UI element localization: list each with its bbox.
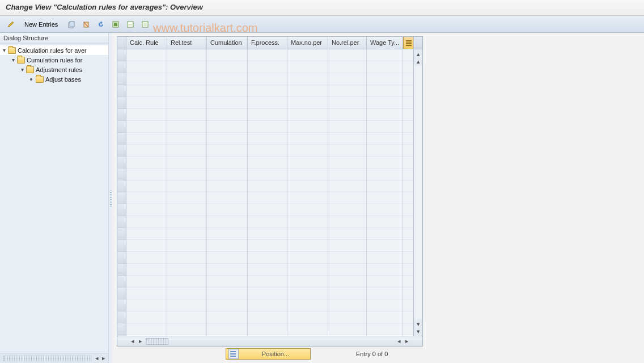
grid-cell[interactable] (126, 109, 167, 121)
grid-cell[interactable] (126, 49, 167, 61)
grid-cell[interactable] (248, 180, 287, 192)
grid-cell[interactable] (126, 121, 167, 133)
change-icon[interactable] (5, 18, 17, 31)
grid-cell[interactable] (167, 180, 206, 192)
row-selector-cell[interactable] (117, 228, 126, 240)
sidebar-scroll-thumb[interactable] (3, 356, 91, 361)
expand-toggle-icon[interactable]: ▾ (19, 66, 25, 73)
grid-cell[interactable] (367, 121, 402, 133)
grid-cell[interactable] (287, 323, 328, 335)
configure-columns-icon[interactable] (403, 37, 413, 49)
vscroll-track[interactable] (414, 66, 422, 319)
grid-cell[interactable] (248, 216, 287, 228)
grid-cell[interactable] (207, 85, 247, 97)
grid-cell[interactable] (328, 180, 366, 192)
grid-cell[interactable] (248, 73, 287, 85)
grid-cell[interactable] (248, 85, 287, 97)
grid-cell[interactable] (328, 133, 366, 145)
grid-cell[interactable] (248, 145, 287, 157)
grid-cell[interactable] (287, 61, 328, 73)
grid-cell[interactable] (328, 204, 366, 216)
grid-cell[interactable] (367, 180, 402, 192)
grid-cell[interactable] (248, 157, 287, 168)
grid-cell[interactable] (248, 168, 287, 180)
grid-cell[interactable] (126, 97, 167, 109)
grid-cell[interactable] (367, 145, 402, 157)
grid-cell[interactable] (207, 276, 247, 288)
grid-cell[interactable] (167, 264, 206, 276)
expand-toggle-icon[interactable]: ▾ (1, 47, 7, 53)
row-selector-cell[interactable] (117, 192, 126, 204)
grid-cell[interactable] (167, 252, 206, 264)
row-selector-header[interactable] (117, 37, 126, 49)
grid-cell[interactable] (328, 157, 366, 168)
grid-cell[interactable] (167, 97, 206, 109)
grid-cell[interactable] (248, 97, 287, 109)
row-selector-cell[interactable] (117, 145, 126, 157)
grid-cell[interactable] (207, 73, 247, 85)
grid-cell[interactable] (207, 323, 247, 335)
grid-cell[interactable] (167, 216, 206, 228)
grid-cell[interactable] (367, 240, 402, 252)
grid-cell[interactable] (126, 252, 167, 264)
grid-cell[interactable] (207, 121, 247, 133)
scroll-down-icon[interactable]: ▾ (414, 327, 422, 335)
grid-cell[interactable] (328, 109, 366, 121)
grid-cell[interactable] (328, 145, 366, 157)
grid-cell[interactable] (126, 180, 167, 192)
grid-cell[interactable] (367, 299, 402, 311)
grid-cell[interactable] (328, 228, 366, 240)
row-selector-cell[interactable] (117, 264, 126, 276)
grid-cell[interactable] (207, 49, 247, 61)
grid-cell[interactable] (207, 133, 247, 145)
grid-cell[interactable] (367, 85, 402, 97)
tree-node-calculation-rules[interactable]: ▾ Calculation rules for aver (0, 45, 108, 55)
scroll-right-icon[interactable]: ▸ (137, 337, 145, 345)
grid-cell[interactable] (167, 240, 206, 252)
grid-cell[interactable] (207, 61, 247, 73)
grid-cell[interactable] (248, 228, 287, 240)
grid-cell[interactable] (328, 85, 366, 97)
scroll-down-icon[interactable]: ▾ (414, 320, 422, 328)
grid-cell[interactable] (328, 264, 366, 276)
grid-cell[interactable] (328, 311, 366, 323)
grid-cell[interactable] (167, 49, 206, 61)
grid-cell[interactable] (287, 192, 328, 204)
grid-cell[interactable] (126, 216, 167, 228)
tree-node-adjust-bases[interactable]: Adjust bases (0, 74, 108, 84)
grid-cell[interactable] (287, 180, 328, 192)
grid-cell[interactable] (126, 323, 167, 335)
row-selector-cell[interactable] (117, 73, 126, 85)
row-selector-cell[interactable] (117, 240, 126, 252)
grid-cell[interactable] (367, 61, 402, 73)
grid-cell[interactable] (248, 49, 287, 61)
grid-cell[interactable] (207, 180, 247, 192)
grid-cell[interactable] (207, 288, 247, 299)
grid-cell[interactable] (248, 133, 287, 145)
grid-cell[interactable] (328, 323, 366, 335)
grid-cell[interactable] (328, 276, 366, 288)
grid-cell[interactable] (126, 240, 167, 252)
scroll-left-icon[interactable]: ◂ (395, 337, 403, 345)
grid-cell[interactable] (248, 109, 287, 121)
grid-cell[interactable] (367, 192, 402, 204)
grid-cell[interactable] (367, 264, 402, 276)
row-selector-cell[interactable] (117, 109, 126, 121)
grid-cell[interactable] (126, 157, 167, 168)
grid-cell[interactable] (287, 109, 328, 121)
row-selector-cell[interactable] (117, 157, 126, 168)
row-selector-cell[interactable] (117, 85, 126, 97)
delete-icon[interactable] (80, 18, 92, 31)
grid-cell[interactable] (207, 228, 247, 240)
grid-cell[interactable] (207, 157, 247, 168)
grid-cell[interactable] (167, 85, 206, 97)
grid-cell[interactable] (126, 299, 167, 311)
grid-cell[interactable] (328, 288, 366, 299)
grid-cell[interactable] (248, 311, 287, 323)
grid-cell[interactable] (248, 61, 287, 73)
grid-cell[interactable] (367, 204, 402, 216)
grid-cell[interactable] (126, 73, 167, 85)
grid-cell[interactable] (167, 61, 206, 73)
grid-cell[interactable] (367, 97, 402, 109)
tree-node-cumulation-rules[interactable]: ▾ Cumulation rules for (0, 55, 108, 65)
